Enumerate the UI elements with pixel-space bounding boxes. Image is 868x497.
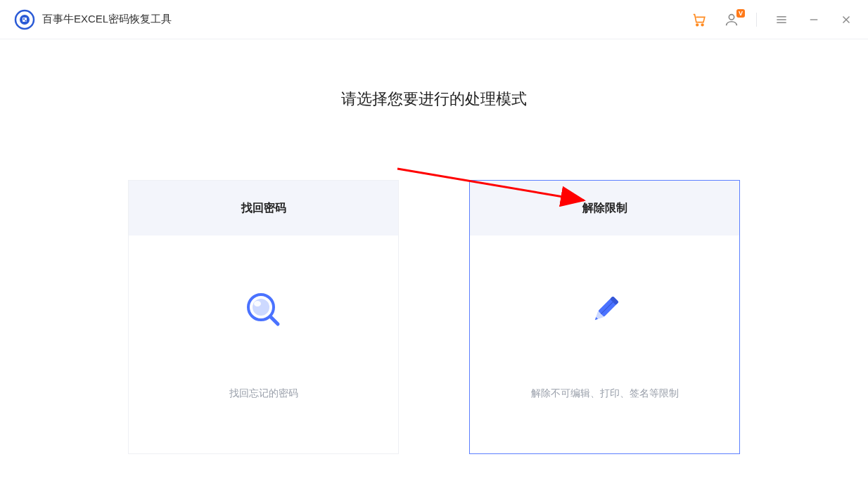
main-heading: 请选择您要进行的处理模式 — [341, 89, 527, 110]
titlebar-right: V — [691, 12, 854, 27]
menu-icon[interactable] — [774, 12, 789, 27]
card-recover-password[interactable]: 找回密码 找回忘记的密码 — [128, 180, 399, 454]
svg-line-17 — [271, 317, 278, 324]
card-body: 解除不可编辑、打印、签名等限制 — [470, 235, 739, 453]
minimize-icon[interactable] — [806, 12, 822, 27]
titlebar-left: 百事牛EXCEL密码恢复工具 — [14, 9, 172, 30]
svg-point-15 — [253, 299, 269, 316]
app-logo-icon — [14, 9, 35, 30]
svg-rect-3 — [23, 18, 25, 20]
svg-point-6 — [701, 23, 703, 25]
main-content: 请选择您要进行的处理模式 找回密码 找回忘记的密码 解除限制 — [0, 39, 868, 454]
divider — [756, 13, 757, 27]
svg-point-5 — [696, 23, 698, 25]
svg-point-16 — [254, 301, 261, 306]
svg-rect-4 — [25, 20, 27, 21]
close-icon[interactable] — [838, 12, 854, 27]
svg-point-7 — [729, 14, 734, 19]
vip-badge: V — [736, 9, 745, 18]
card-title: 解除限制 — [470, 181, 739, 235]
magnifier-icon — [243, 289, 285, 331]
card-remove-restriction[interactable]: 解除限制 解除不可编辑、打印、签名等限制 — [469, 180, 740, 454]
mode-cards: 找回密码 找回忘记的密码 解除限制 — [128, 180, 740, 454]
user-icon[interactable]: V — [724, 12, 739, 27]
titlebar: 百事牛EXCEL密码恢复工具 V — [0, 0, 868, 39]
card-description: 找回忘记的密码 — [229, 387, 298, 400]
pencil-icon — [584, 289, 626, 331]
app-title: 百事牛EXCEL密码恢复工具 — [42, 13, 172, 26]
cart-icon[interactable] — [691, 12, 707, 27]
card-description: 解除不可编辑、打印、签名等限制 — [531, 387, 679, 400]
card-body: 找回忘记的密码 — [129, 235, 398, 453]
card-title: 找回密码 — [129, 181, 398, 235]
